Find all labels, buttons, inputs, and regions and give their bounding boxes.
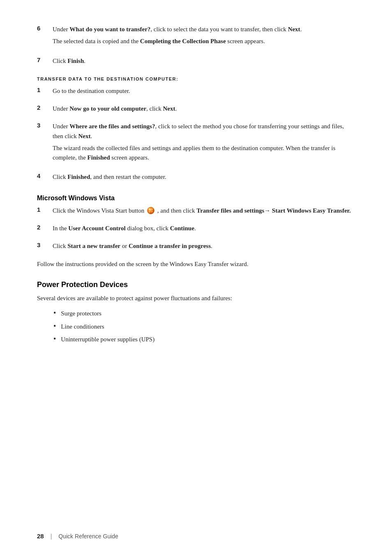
vista-step-2-content: In the User Account Control dialog box, …: [53, 224, 355, 236]
list-item: • Uninterruptible power supplies (UPS): [53, 335, 355, 344]
vista-step-3-text: Click Start a new transfer or Continue a…: [53, 241, 355, 251]
vista-step-2-text: In the User Account Control dialog box, …: [53, 224, 355, 233]
transfer-step-1-content: Go to the destination computer.: [53, 86, 355, 98]
transfer-step-number-1: 1: [37, 86, 53, 93]
transfer-step-3: 3 Under Where are the files and settings…: [37, 122, 355, 167]
power-section-title: Power Protection Devices: [37, 280, 355, 289]
step-6: 6 Under What do you want to transfer?, c…: [37, 25, 355, 51]
vista-section-title: Microsoft Windows Vista: [37, 195, 355, 202]
power-devices-list: • Surge protectors • Line conditioners •…: [53, 309, 355, 344]
power-section-intro: Several devices are available to protect…: [37, 293, 355, 303]
list-item-text: Surge protectors: [61, 309, 101, 318]
svg-rect-1: [149, 208, 151, 211]
vista-follow-text: Follow the instructions provided on the …: [37, 259, 355, 269]
vista-step-3: 3 Click Start a new transfer or Continue…: [37, 241, 355, 253]
bullet-dot: •: [53, 335, 56, 344]
transfer-step-4-content: Click Finished, and then restart the com…: [53, 172, 355, 184]
transfer-step-2-text: Under Now go to your old computer, click…: [53, 104, 355, 114]
svg-point-0: [148, 207, 154, 214]
list-item-text: Line conditioners: [61, 322, 104, 331]
step-6-content: Under What do you want to transfer?, cli…: [53, 25, 355, 51]
vista-step-1-text: Click the Windows Vista Start button: [53, 206, 355, 215]
transfer-step-1-text: Go to the destination computer.: [53, 86, 355, 96]
footer-guide-label: Quick Reference Guide: [58, 533, 118, 540]
page: 6 Under What do you want to transfer?, c…: [0, 0, 392, 556]
transfer-step-number-2: 2: [37, 104, 53, 111]
footer-divider: |: [51, 533, 52, 540]
footer-page-number: 28: [37, 533, 44, 540]
vista-step-2: 2 In the User Account Control dialog box…: [37, 224, 355, 236]
transfer-step-4-text: Click Finished, and then restart the com…: [53, 172, 355, 182]
list-item: • Line conditioners: [53, 322, 355, 331]
transfer-step-3-content: Under Where are the files and settings?,…: [53, 122, 355, 167]
svg-rect-4: [151, 211, 153, 213]
step-7-content: Click Finish.: [53, 56, 355, 68]
transfer-step-3-text: Under Where are the files and settings?,…: [53, 122, 355, 141]
step-6-subnote: The selected data is copied and the Comp…: [53, 37, 355, 46]
list-item-text: Uninterruptible power supplies (UPS): [61, 335, 154, 344]
vista-step-number-3: 3: [37, 241, 53, 248]
transfer-step-3-subnote: The wizard reads the collected files and…: [53, 144, 355, 163]
svg-rect-3: [149, 211, 151, 213]
transfer-step-number-4: 4: [37, 172, 53, 179]
vista-step-1: 1 Click the Windows Vista Start button: [37, 206, 355, 218]
vista-step-1-content: Click the Windows Vista Start button: [53, 206, 355, 218]
vista-step-number-2: 2: [37, 224, 53, 231]
transfer-step-number-3: 3: [37, 122, 53, 129]
vista-step-3-content: Click Start a new transfer or Continue a…: [53, 241, 355, 253]
transfer-step-1: 1 Go to the destination computer.: [37, 86, 355, 98]
vista-step-number-1: 1: [37, 206, 53, 213]
list-item: • Surge protectors: [53, 309, 355, 318]
transfer-step-2: 2 Under Now go to your old computer, cli…: [37, 104, 355, 116]
step-7-text: Click Finish.: [53, 56, 355, 66]
transfer-section-header: Transfer Data to the Destination Compute…: [37, 76, 355, 81]
page-footer: 28 | Quick Reference Guide: [0, 533, 392, 540]
step-6-text: Under What do you want to transfer?, cli…: [53, 25, 355, 34]
step-7: 7 Click Finish.: [37, 56, 355, 68]
step-number-6: 6: [37, 25, 53, 32]
bullet-dot: •: [53, 322, 56, 331]
transfer-step-2-content: Under Now go to your old computer, click…: [53, 104, 355, 116]
bullet-dot: •: [53, 309, 56, 318]
step-number-7: 7: [37, 56, 53, 63]
windows-vista-icon: [147, 207, 154, 214]
svg-rect-2: [151, 208, 153, 211]
transfer-step-4: 4 Click Finished, and then restart the c…: [37, 172, 355, 184]
